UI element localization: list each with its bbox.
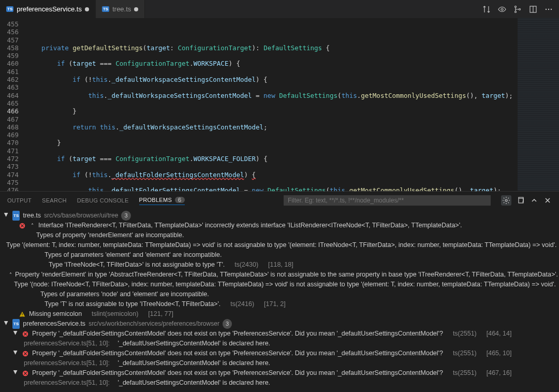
problem-file-row[interactable]: ▶ TS preferencesService.ts src/vs/workbe… (0, 319, 559, 329)
problems-count-badge: 6 (175, 197, 184, 203)
code-content[interactable]: private getDefaultSettings(target: Confi… (26, 18, 518, 191)
preview-icon[interactable] (498, 5, 506, 13)
problem-message: Missing semicolon (29, 309, 82, 319)
minimap[interactable] (518, 18, 559, 191)
problems-list[interactable]: ▶ TS tree.ts src/vs/base/browser/ui/tree… (0, 209, 559, 392)
problem-detail-row[interactable]: preferencesService.ts[51, 10]: '_default… (0, 339, 559, 349)
close-icon[interactable] (543, 196, 552, 205)
problem-detail-row[interactable]: preferencesService.ts[51, 10]: '_default… (0, 358, 559, 368)
problem-detail-row[interactable]: Types of parameters 'node' and 'element'… (0, 289, 559, 299)
tab-problems[interactable]: PROBLEMS 6 (139, 197, 185, 205)
problem-detail-row[interactable]: preferencesService.ts[51, 10]: '_default… (0, 378, 559, 388)
svg-point-2 (515, 11, 517, 12)
problem-detail-row[interactable]: Type 'T' is not assignable to type 'ITre… (0, 299, 559, 309)
svg-point-3 (519, 8, 521, 10)
problem-detail-row[interactable]: Types of property 'renderElement' are in… (0, 230, 559, 240)
tab-tree[interactable]: TS tree.ts (96, 0, 145, 18)
line-number-gutter: 4554564574584594604614624634644654664674… (0, 18, 26, 191)
expand-icon[interactable]: ▶ (11, 351, 21, 357)
typescript-icon: TS (102, 6, 109, 12)
typescript-icon: TS (12, 319, 20, 329)
problem-message: Property '_defaultFolderSettingsContentM… (32, 368, 443, 378)
chevron-up-icon[interactable]: ˄ (9, 270, 12, 280)
panel-actions (501, 195, 552, 206)
dirty-indicator-icon (134, 7, 138, 11)
typescript-icon: TS (6, 6, 13, 12)
file-path: src/vs/base/browser/ui/tree (44, 211, 118, 221)
problems-filter-input[interactable] (284, 195, 491, 206)
file-path: src/vs/workbench/services/preferences/br… (89, 319, 219, 329)
svg-point-0 (501, 8, 503, 10)
expand-icon[interactable]: ▶ (2, 321, 11, 327)
error-icon (22, 370, 29, 377)
tab-label: tree.ts (112, 5, 131, 13)
tab-preferences-service[interactable]: TS preferencesService.ts (0, 0, 96, 18)
problem-row[interactable]: ▶ Property '_defaultFolderSettingsConten… (0, 368, 559, 378)
error-icon (22, 330, 29, 338)
split-editor-icon[interactable] (529, 5, 537, 13)
svg-rect-9 (519, 198, 523, 203)
expand-icon[interactable]: ▶ (11, 370, 21, 376)
copy-icon[interactable] (517, 196, 525, 205)
editor-tab-bar: TS preferencesService.ts TS tree.ts (0, 0, 559, 18)
dirty-indicator-icon (85, 7, 89, 11)
more-icon[interactable] (545, 5, 553, 13)
problem-row[interactable]: ˄ Interface 'ITreeRenderer<T, TFilterDat… (0, 221, 559, 230)
svg-point-7 (551, 8, 552, 9)
svg-point-6 (548, 8, 549, 9)
chevron-up-icon[interactable] (530, 196, 538, 205)
problem-row[interactable]: ▶ Property '_defaultFolderSettingsConten… (0, 329, 559, 339)
problem-row[interactable]: ▶ Property '_defaultFolderSettingsConten… (0, 349, 559, 358)
svg-point-5 (546, 8, 547, 9)
expand-icon[interactable]: ▶ (2, 213, 11, 219)
problem-message: Property '_defaultFolderSettingsContentM… (32, 329, 443, 339)
problem-message: Property '_defaultFolderSettingsContentM… (32, 349, 443, 358)
problem-detail-row[interactable]: Type '(node: ITreeNode<T, TFilterData>, … (0, 280, 559, 289)
tab-debug-console[interactable]: DEBUG CONSOLE (77, 197, 129, 204)
gear-icon[interactable] (501, 195, 511, 206)
file-problem-count: 3 (223, 319, 232, 329)
problem-detail-row[interactable]: Types of parameters 'element' and 'eleme… (0, 250, 559, 260)
expand-icon[interactable]: ▶ (11, 331, 21, 337)
problem-file-row[interactable]: ▶ TS tree.ts src/vs/base/browser/ui/tree… (0, 211, 559, 221)
bottom-panel: OUTPUT SEARCH DEBUG CONSOLE PROBLEMS 6 ▶… (0, 191, 559, 392)
file-problem-count: 3 (121, 211, 130, 221)
panel-tab-bar: OUTPUT SEARCH DEBUG CONSOLE PROBLEMS 6 (0, 192, 559, 209)
tab-search[interactable]: SEARCH (42, 197, 67, 204)
code-editor[interactable]: 4554564574584594604614624634644654664674… (0, 18, 559, 191)
svg-point-8 (505, 199, 507, 201)
tab-label: preferencesService.ts (17, 5, 82, 13)
svg-point-1 (515, 6, 517, 7)
file-name: tree.ts (23, 211, 41, 221)
file-name: preferencesService.ts (23, 319, 85, 329)
editor-actions (476, 0, 559, 18)
warning-icon (19, 311, 26, 318)
tab-group: TS preferencesService.ts TS tree.ts (0, 0, 145, 18)
chevron-up-icon[interactable]: ˄ (29, 221, 35, 230)
problem-detail-row[interactable]: Type '(element: T, index: number, templa… (0, 240, 559, 250)
problem-row[interactable]: Missing semicolon tslint(semicolon) [121… (0, 309, 559, 319)
typescript-icon: TS (12, 211, 20, 221)
source-control-icon[interactable] (513, 5, 522, 13)
error-icon (19, 222, 26, 229)
problem-message: Property 'renderElement' in type 'Abstra… (15, 270, 558, 280)
problem-detail-row[interactable]: Type 'ITreeNode<T, TFilterData>' is not … (0, 260, 559, 270)
compare-icon[interactable] (482, 5, 491, 13)
problem-row[interactable]: ˄ Property 'renderElement' in type 'Abst… (0, 270, 559, 280)
tab-output[interactable]: OUTPUT (7, 197, 32, 204)
problem-message: Interface 'ITreeRenderer<T, TFilterData,… (38, 221, 462, 230)
error-icon (22, 350, 29, 357)
